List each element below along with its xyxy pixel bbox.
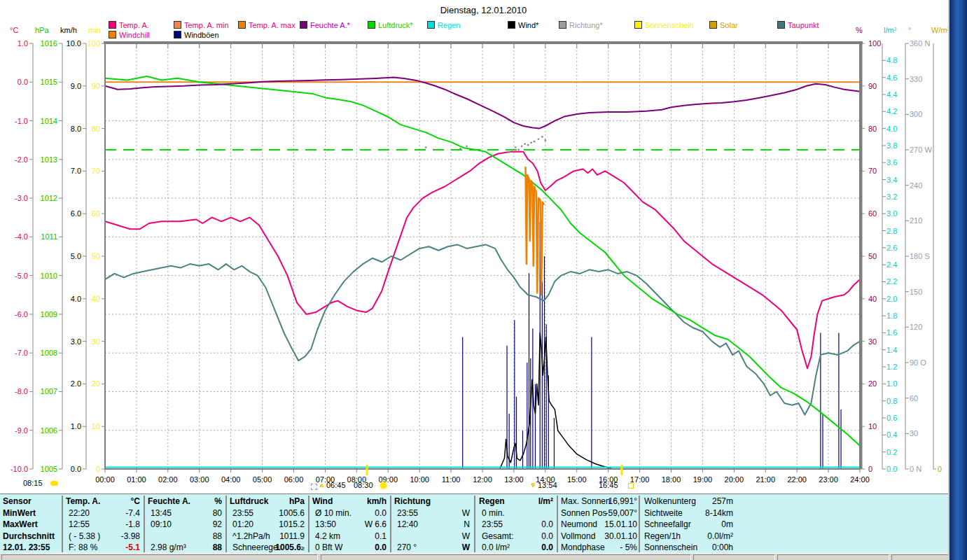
axis-tick-label: 4.0 [71, 295, 81, 303]
sunset-square-icon [628, 483, 634, 489]
axis-tick-label: 210 [910, 216, 922, 225]
axis-tick-label: 0 [96, 465, 100, 473]
series-windchill [526, 167, 544, 295]
status-bar-panel [891, 554, 949, 560]
axis-tick-label: 1005 [41, 465, 57, 473]
axis-tick-label: 1.4 [886, 346, 897, 354]
sunset-marker-time: 16:45 [599, 481, 618, 489]
series-taupunkt [105, 244, 860, 414]
axis-tick-label: 20:00 [725, 475, 744, 484]
axis-tick-label: -7.0 [15, 349, 28, 357]
axis-tick-label: 60 [910, 394, 918, 402]
table-cell: Regen/1h [644, 531, 681, 542]
table-cell: 80 [167, 508, 222, 519]
axis-tick-label: -10.0 [11, 465, 28, 473]
sunrise-time: 08:15 [23, 479, 43, 487]
axis-tick-label: 0.8 [886, 397, 897, 405]
table-cell: 15.01.10 [592, 519, 637, 530]
axis-tick-label: 13:00 [504, 475, 524, 484]
table-cell: 0 min. [482, 508, 505, 519]
table-divider [62, 496, 63, 552]
axis-tick-label: 360 N [910, 39, 930, 48]
axis-tick-label: 1.0 [71, 422, 81, 430]
weather-app-window: Dienstag, 12.01.2010 Temp. A.Temp. A. mi… [0, 0, 967, 560]
axis-tick-label: 50 [868, 252, 877, 260]
axis-tick-label: 02:00 [158, 475, 178, 484]
table-cell: 88 [167, 531, 222, 542]
table-divider [390, 496, 391, 552]
table-divider [639, 496, 640, 552]
axis-tick-label: 1.8 [886, 312, 897, 320]
axis-tick-label: 240 [910, 181, 922, 190]
axis-tick-label: 1009 [41, 310, 57, 318]
table-cell: 0.0 [332, 542, 387, 553]
axis-tick-label: 1016 [41, 39, 57, 48]
axis-tick-label: 80 [868, 125, 877, 133]
axis-tick-label: 9.0 [71, 82, 81, 90]
axis-tick-label: 18:00 [662, 475, 681, 484]
axis-tick-label: 10 [92, 422, 100, 430]
axis-tick-label: 1011 [41, 232, 57, 241]
axis-tick-label: 50 [92, 252, 100, 260]
table-cell: 0.1 [332, 531, 387, 542]
axis-tick-label: 1012 [41, 194, 57, 202]
status-bar-panel [777, 554, 889, 560]
table-cell: % [173, 496, 222, 507]
table-cell: W [415, 531, 470, 542]
axis-tick-label: 90 [868, 82, 877, 90]
table-cell: 270 ° [397, 542, 417, 553]
axis-tick-label: 20 [92, 379, 100, 388]
axis-tick-label: -6.0 [15, 310, 28, 318]
axis-tick-label: 70 [868, 167, 877, 175]
axis-tick-label: 24:00 [850, 475, 870, 484]
table-cell: 0.0l/m² [683, 531, 733, 542]
table-cell: 92 [167, 519, 222, 530]
axis-tick-label: 0 N [910, 465, 921, 473]
axis-tick-label: 0 [868, 465, 872, 473]
table-cell: 0m [683, 519, 733, 530]
series-richtung-dot [541, 136, 543, 138]
table-cell: l/m² [504, 496, 553, 507]
series-richtung-dot [524, 143, 526, 145]
series-richtung-dot [466, 146, 468, 148]
axis-tick-label: 7.0 [71, 167, 81, 175]
axis-tick-label: -9.0 [15, 426, 28, 435]
sensor-stats-table: SensorMinWertMaxWertDurchschnitt12.01. 2… [0, 493, 950, 554]
axis-tick-label: 100 [88, 39, 100, 48]
axis-tick-label: 1.6 [886, 328, 897, 337]
table-cell: -59,007° [592, 508, 637, 519]
axis-tick-label: 1007 [41, 387, 57, 396]
table-cell: W [415, 508, 470, 519]
chart-plot-area[interactable]: 00:0001:0002:0003:0004:0005:0006:0007:00… [0, 0, 967, 560]
table-cell: Richtung [394, 496, 431, 507]
axis-tick-label: 10:00 [410, 475, 429, 484]
axis-tick-label: 0.6 [886, 414, 897, 422]
axis-tick-label: 40 [868, 295, 877, 303]
series-richtung-dot [538, 138, 540, 140]
down-arrow-icon: ▼ [530, 482, 536, 489]
table-cell: 88 [167, 542, 222, 553]
axis-tick-label: -4.0 [15, 232, 28, 241]
axis-tick-label: 19:00 [693, 475, 713, 484]
series-richtung-dot [544, 139, 546, 141]
axis-tick-label: 70 [92, 167, 100, 175]
axis-tick-label: 40 [92, 295, 100, 303]
status-bar-panel [1, 554, 318, 560]
moon-event-icon [311, 484, 317, 490]
axis-tick-label: -2.0 [15, 155, 28, 164]
axis-tick-label: 4.6 [886, 74, 897, 82]
table-cell: -1.8 [85, 519, 140, 530]
series-richtung-dot [530, 141, 532, 144]
moonrise-time: 06:45 [326, 481, 346, 489]
series-richtung-dot [508, 151, 510, 153]
series-richtung-dot [521, 146, 523, 148]
axis-tick-label: 1.0 [18, 39, 28, 48]
axis-tick-label: 80 [92, 125, 100, 133]
axis-tick-label: 330 [910, 75, 922, 83]
table-cell: 12.01. 23:55 [3, 542, 50, 553]
table-cell: km/h [338, 496, 387, 507]
axis-tick-label: 12:00 [473, 475, 492, 484]
status-bar-panel [693, 554, 775, 560]
axis-tick-label: 100 [868, 39, 881, 48]
table-cell: Regen [479, 496, 505, 507]
